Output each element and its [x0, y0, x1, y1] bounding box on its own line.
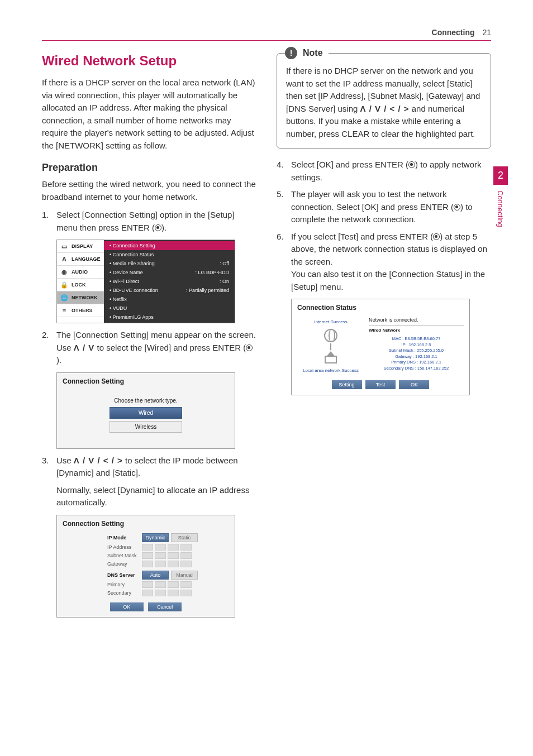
intro-paragraph: If there is a DHCP server on the local a…: [42, 76, 256, 152]
section-number: 2: [493, 166, 508, 185]
ok-button: OK: [399, 380, 429, 389]
step-3-note: Normally, select [Dynamic] to allocate a…: [56, 484, 256, 509]
note-icon: !: [285, 47, 297, 59]
connection-status-screenshot: Connection Status Internet:Success Local…: [291, 299, 470, 395]
step-4: 4. Select [OK] and press ENTER () to app…: [277, 159, 491, 184]
wireless-option: Wireless: [110, 421, 182, 433]
side-tab: 2 Connecting: [493, 166, 508, 233]
page-number: 21: [482, 28, 491, 37]
ip-mode-screenshot: Connection Setting IP ModeDynamicStatic …: [56, 515, 235, 618]
enter-icon: [408, 161, 415, 168]
step-3: 3. Use Λ / V / < / > to select the IP mo…: [42, 454, 256, 480]
cancel-button: Cancel: [148, 602, 182, 611]
test-button: Test: [365, 380, 396, 389]
step-1: 1. Select [Connection Setting] option in…: [42, 209, 256, 234]
audio-icon: ◉: [60, 269, 68, 275]
preparation-text: Before setting the wired network, you ne…: [42, 178, 256, 203]
enter-icon: [433, 233, 440, 240]
network-icon: 🌐: [60, 294, 68, 301]
display-icon: ▭: [60, 243, 68, 250]
enter-icon: [155, 224, 161, 231]
right-column: ! Note If there is no DHCP server on the…: [277, 53, 491, 623]
nav-arrows-icon: Λ / V / < / >: [74, 456, 123, 465]
enter-icon: [454, 204, 460, 210]
setup-menu-screenshot: ▭DISPLAY ALANGUAGE ◉AUDIO 🔒LOCK 🌐NETWORK…: [56, 240, 235, 323]
left-column: Wired Network Setup If there is a DHCP s…: [42, 53, 256, 623]
header-section: Connecting: [432, 28, 475, 37]
nav-arrows-icon: Λ / V / < / >: [360, 104, 410, 113]
language-icon: A: [60, 256, 68, 262]
setting-button: Setting: [332, 380, 362, 389]
note-box: ! Note If there is no DHCP server on the…: [277, 53, 491, 149]
ok-button: OK: [110, 602, 144, 611]
connection-type-screenshot: Connection Setting Choose the network ty…: [56, 372, 235, 449]
wired-option: Wired: [110, 407, 182, 419]
note-label: Note: [303, 48, 323, 58]
enter-icon: [246, 344, 253, 351]
section-label: Connecting: [493, 185, 507, 233]
step-6: 6. If you select [Test] and press ENTER …: [277, 231, 491, 294]
page-header: Connecting 21: [42, 28, 491, 41]
network-diagram-icon: [317, 329, 345, 363]
up-down-arrows-icon: Λ / V: [74, 343, 95, 352]
others-icon: ≡: [60, 307, 68, 314]
lock-icon: 🔒: [60, 281, 68, 288]
step-2: 2. The [Connection Setting] menu appear …: [42, 329, 256, 367]
preparation-title: Preparation: [42, 162, 256, 174]
step-5: 5. The player will ask you to test the n…: [277, 188, 491, 226]
section-title: Wired Network Setup: [42, 53, 256, 69]
